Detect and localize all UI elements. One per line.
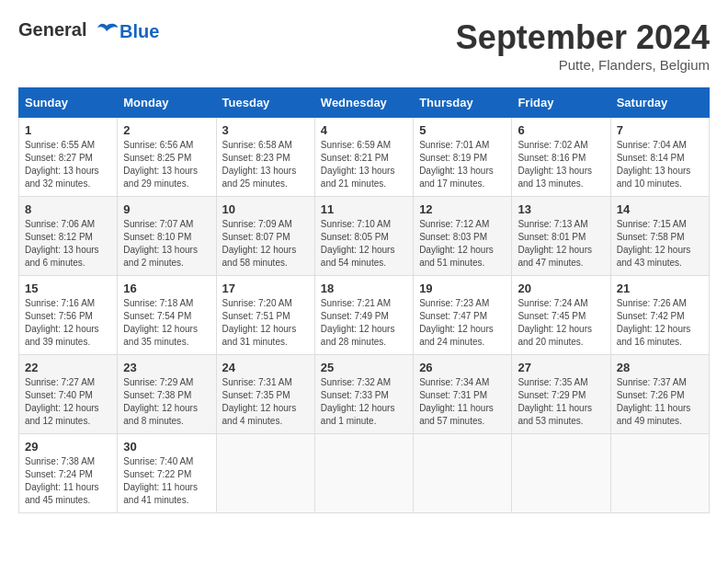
calendar-cell: 24Sunrise: 7:31 AMSunset: 7:35 PMDayligh…: [216, 355, 314, 434]
calendar-row: 29Sunrise: 7:38 AMSunset: 7:24 PMDayligh…: [19, 434, 710, 513]
title-block: September 2024 Putte, Flanders, Belgium: [456, 18, 710, 73]
calendar-row: 15Sunrise: 7:16 AMSunset: 7:56 PMDayligh…: [19, 276, 710, 355]
calendar-cell: 18Sunrise: 7:21 AMSunset: 7:49 PMDayligh…: [314, 276, 413, 355]
logo-bird-icon: [94, 18, 119, 44]
calendar-cell: 14Sunrise: 7:15 AMSunset: 7:58 PMDayligh…: [610, 197, 709, 276]
header-friday: Friday: [512, 88, 610, 118]
header-row: SundayMondayTuesdayWednesdayThursdayFrid…: [19, 88, 710, 118]
calendar-cell: [512, 434, 610, 513]
calendar-cell: 11Sunrise: 7:10 AMSunset: 8:05 PMDayligh…: [314, 197, 413, 276]
calendar-cell: 4Sunrise: 6:59 AMSunset: 8:21 PMDaylight…: [314, 118, 413, 197]
calendar-cell: 12Sunrise: 7:12 AMSunset: 8:03 PMDayligh…: [414, 197, 512, 276]
calendar-cell: 21Sunrise: 7:26 AMSunset: 7:42 PMDayligh…: [610, 276, 709, 355]
page-header: General Blue September 2024 Putte, Fland…: [18, 18, 710, 73]
month-title: September 2024: [456, 18, 710, 57]
calendar-cell: 19Sunrise: 7:23 AMSunset: 7:47 PMDayligh…: [414, 276, 512, 355]
calendar-cell: 30Sunrise: 7:40 AMSunset: 7:22 PMDayligh…: [118, 434, 216, 513]
calendar-cell: 20Sunrise: 7:24 AMSunset: 7:45 PMDayligh…: [512, 276, 610, 355]
calendar-cell: 2Sunrise: 6:56 AMSunset: 8:25 PMDaylight…: [118, 118, 216, 197]
calendar-cell: 26Sunrise: 7:34 AMSunset: 7:31 PMDayligh…: [414, 355, 512, 434]
logo: General Blue: [18, 18, 159, 44]
logo-general: General: [18, 19, 86, 40]
logo-blue: Blue: [119, 21, 159, 41]
calendar-cell: 23Sunrise: 7:29 AMSunset: 7:38 PMDayligh…: [118, 355, 216, 434]
calendar-header: SundayMondayTuesdayWednesdayThursdayFrid…: [19, 88, 710, 118]
calendar-cell: 28Sunrise: 7:37 AMSunset: 7:26 PMDayligh…: [610, 355, 709, 434]
calendar-cell: 16Sunrise: 7:18 AMSunset: 7:54 PMDayligh…: [118, 276, 216, 355]
calendar-table: SundayMondayTuesdayWednesdayThursdayFrid…: [18, 87, 710, 513]
location: Putte, Flanders, Belgium: [456, 57, 710, 73]
calendar-cell: [610, 434, 709, 513]
calendar-cell: [314, 434, 413, 513]
calendar-cell: 17Sunrise: 7:20 AMSunset: 7:51 PMDayligh…: [216, 276, 314, 355]
calendar-cell: 27Sunrise: 7:35 AMSunset: 7:29 PMDayligh…: [512, 355, 610, 434]
header-tuesday: Tuesday: [216, 88, 314, 118]
calendar-cell: 10Sunrise: 7:09 AMSunset: 8:07 PMDayligh…: [216, 197, 314, 276]
header-monday: Monday: [118, 88, 216, 118]
calendar-row: 1Sunrise: 6:55 AMSunset: 8:27 PMDaylight…: [19, 118, 710, 197]
calendar-cell: 22Sunrise: 7:27 AMSunset: 7:40 PMDayligh…: [19, 355, 118, 434]
calendar-body: 1Sunrise: 6:55 AMSunset: 8:27 PMDaylight…: [19, 118, 710, 513]
header-wednesday: Wednesday: [314, 88, 413, 118]
calendar-cell: 15Sunrise: 7:16 AMSunset: 7:56 PMDayligh…: [19, 276, 118, 355]
calendar-cell: 8Sunrise: 7:06 AMSunset: 8:12 PMDaylight…: [19, 197, 118, 276]
header-saturday: Saturday: [610, 88, 709, 118]
calendar-row: 22Sunrise: 7:27 AMSunset: 7:40 PMDayligh…: [19, 355, 710, 434]
calendar-cell: [216, 434, 314, 513]
calendar-cell: 5Sunrise: 7:01 AMSunset: 8:19 PMDaylight…: [414, 118, 512, 197]
calendar-cell: 13Sunrise: 7:13 AMSunset: 8:01 PMDayligh…: [512, 197, 610, 276]
header-sunday: Sunday: [19, 88, 118, 118]
calendar-cell: 29Sunrise: 7:38 AMSunset: 7:24 PMDayligh…: [19, 434, 118, 513]
calendar-cell: 25Sunrise: 7:32 AMSunset: 7:33 PMDayligh…: [314, 355, 413, 434]
calendar-row: 8Sunrise: 7:06 AMSunset: 8:12 PMDaylight…: [19, 197, 710, 276]
calendar-cell: 7Sunrise: 7:04 AMSunset: 8:14 PMDaylight…: [610, 118, 709, 197]
calendar-cell: 1Sunrise: 6:55 AMSunset: 8:27 PMDaylight…: [19, 118, 118, 197]
calendar-cell: [414, 434, 512, 513]
calendar-cell: 9Sunrise: 7:07 AMSunset: 8:10 PMDaylight…: [118, 197, 216, 276]
calendar-cell: 6Sunrise: 7:02 AMSunset: 8:16 PMDaylight…: [512, 118, 610, 197]
header-thursday: Thursday: [414, 88, 512, 118]
calendar-cell: 3Sunrise: 6:58 AMSunset: 8:23 PMDaylight…: [216, 118, 314, 197]
